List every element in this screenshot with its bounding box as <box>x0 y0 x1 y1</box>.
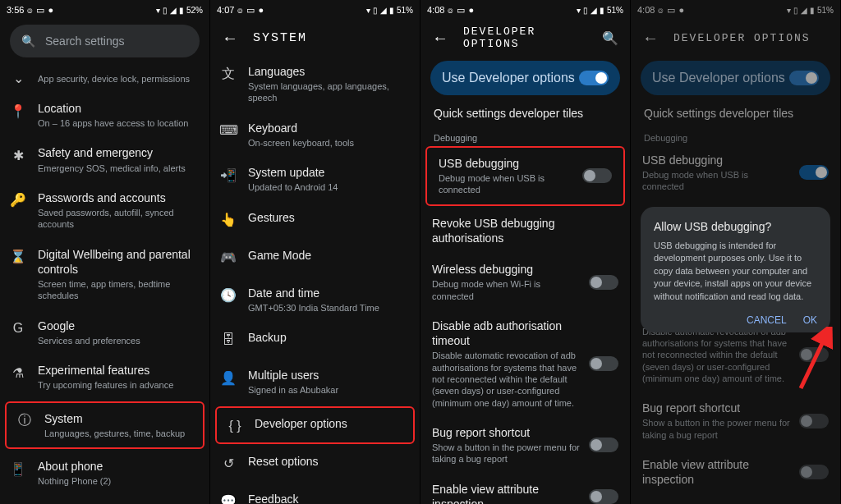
dot-icon: ● <box>678 5 684 15</box>
svg-line-0 <box>801 333 827 388</box>
hourglass-icon: ⌛ <box>10 249 26 265</box>
about-phone-row[interactable]: 📱 About phoneNothing Phone (2) <box>0 451 209 495</box>
google-icon: G <box>10 320 26 337</box>
header: ← DEVELOPER OPTIONS <box>631 20 840 56</box>
view-attribute-inspection-row: Enable view attribute inspection <box>631 449 840 495</box>
youtube-icon: ▭ <box>246 5 255 16</box>
chevron-down-icon: ⌄ <box>10 71 26 86</box>
backup-icon: 🗄 <box>220 332 237 348</box>
view-attribute-inspection-row[interactable]: Enable view attribute inspection <box>420 474 630 504</box>
status-bar: 4:08 ⌾ ▭ ● ▾ ▯ ◢ ▮ 51% <box>420 0 630 20</box>
whatsapp-icon: ⌾ <box>237 5 243 15</box>
location-row[interactable]: 📍 LocationOn – 16 apps have access to lo… <box>0 93 209 137</box>
battery-icon: ▮ <box>389 6 394 15</box>
flask-icon: ⚗ <box>10 364 26 381</box>
gestures-row[interactable]: 👆Gestures <box>210 202 420 240</box>
braces-icon: { } <box>227 418 243 434</box>
cancel-button[interactable]: CANCEL <box>747 314 787 326</box>
whatsapp-icon: ⌾ <box>27 5 33 15</box>
wellbeing-row[interactable]: ⌛ Digital Wellbeing and parental control… <box>0 239 209 310</box>
sim-icon: ▯ <box>583 6 588 15</box>
quick-settings-tiles-row: Quick settings developer tiles <box>631 102 840 126</box>
system-row[interactable]: ⓘ SystemLanguages, gestures, time, backu… <box>5 401 205 449</box>
battery-pct: 52% <box>186 6 203 15</box>
languages-row[interactable]: 文LanguagesSystem languages, app language… <box>210 56 420 112</box>
feedback-row[interactable]: 💬Feedback <box>210 483 420 504</box>
dot-icon: ● <box>468 5 474 15</box>
wifi-icon: ▾ <box>366 6 370 15</box>
phone-icon: 📱 <box>10 460 26 477</box>
keyboard-row[interactable]: ⌨KeyboardOn-screen keyboard, tools <box>210 112 420 157</box>
passwords-row[interactable]: 🔑 Passwords and accountsSaved passwords,… <box>0 182 209 239</box>
whatsapp-icon: ⌾ <box>448 5 453 15</box>
info-icon: ⓘ <box>16 413 33 429</box>
back-button: ← <box>642 29 659 48</box>
debugging-section-header: Debugging <box>631 126 840 144</box>
system-update-row[interactable]: 📲System updateUpdated to Android 14 <box>210 157 420 201</box>
toggle-switch[interactable] <box>582 168 612 183</box>
signal-icon: ◢ <box>591 6 597 15</box>
reset-options-row[interactable]: ↺Reset options <box>210 446 420 483</box>
experimental-row[interactable]: ⚗ Experimental featuresTry upcoming feat… <box>0 355 209 399</box>
usb-debugging-row[interactable]: USB debuggingDebug mode when USB is conn… <box>425 146 625 206</box>
page-title: DEVELOPER OPTIONS <box>463 25 587 50</box>
user-icon: 👤 <box>220 369 237 386</box>
sim-icon: ▯ <box>793 6 798 15</box>
backup-row[interactable]: 🗄Backup <box>210 322 420 360</box>
game-mode-row[interactable]: 🎮Game Mode <box>210 240 420 277</box>
screen-settings-root: 3:56 ⌾ ▭ ● ▾ ▯ ◢ ▮ 52% 🔍 Search settings… <box>0 0 210 504</box>
use-developer-options-toggle: Use Developer options <box>641 61 830 95</box>
dot-icon: ● <box>258 5 264 15</box>
quick-settings-tiles-row[interactable]: Quick settings developer tiles <box>420 102 630 126</box>
youtube-icon: ▭ <box>36 5 44 16</box>
back-button[interactable]: ← <box>222 29 238 48</box>
clock: 4:08 <box>637 5 655 15</box>
wifi-icon: ▾ <box>577 6 581 15</box>
use-dev-label: Use Developer options <box>652 71 785 85</box>
battery-icon: ▮ <box>810 6 815 15</box>
search-settings-bar[interactable]: 🔍 Search settings <box>10 25 200 57</box>
wireless-debugging-row[interactable]: Wireless debuggingDebug mode when Wi-Fi … <box>420 254 630 310</box>
toggle-switch <box>799 465 829 479</box>
bug-report-shortcut-row: Bug report shortcutShow a button in the … <box>631 392 840 449</box>
use-developer-options-toggle[interactable]: Use Developer options <box>430 61 620 95</box>
revoke-usb-auth-row[interactable]: Revoke USB debugging authorisations <box>420 208 630 254</box>
date-time-row[interactable]: 🕓Date and timeGMT+05:30 India Standard T… <box>210 277 420 322</box>
bug-report-shortcut-row[interactable]: Bug report shortcutShow a button in the … <box>420 417 630 474</box>
dialog-title: Allow USB debugging? <box>654 220 817 233</box>
multiple-users-row[interactable]: 👤Multiple usersSigned in as Abubakar <box>210 360 420 404</box>
disable-adb-timeout-row[interactable]: Disable adb authorisation timeoutDisable… <box>420 310 630 417</box>
update-icon: 📲 <box>220 167 237 183</box>
battery-pct: 51% <box>817 6 834 15</box>
page-title: SYSTEM <box>253 31 307 45</box>
whatsapp-icon: ⌾ <box>658 5 664 15</box>
toggle-switch[interactable] <box>579 71 609 85</box>
developer-options-row[interactable]: { }Developer options <box>215 406 415 444</box>
signal-icon: ◢ <box>380 6 387 15</box>
back-button[interactable]: ← <box>432 29 448 48</box>
toggle-switch[interactable] <box>589 275 618 290</box>
safety-row[interactable]: ✱ Safety and emergencyEmergency SOS, med… <box>0 137 209 181</box>
search-placeholder: Search settings <box>45 34 125 48</box>
youtube-icon: ▭ <box>457 5 465 16</box>
search-icon[interactable]: 🔍 <box>602 30 618 46</box>
toggle-switch[interactable] <box>589 356 618 371</box>
toggle-switch[interactable] <box>589 489 618 504</box>
select-debug-app-row: Select debug appNo debug application set <box>631 495 840 504</box>
debugging-section-header: Debugging <box>420 126 630 144</box>
security-row-partial[interactable]: ⌄ App security, device lock, permissions <box>0 66 209 93</box>
signal-icon: ◢ <box>801 6 807 15</box>
header: ← DEVELOPER OPTIONS 🔍 <box>420 20 630 56</box>
dot-icon: ● <box>48 5 53 15</box>
status-bar: 4:07 ⌾ ▭ ● ▾ ▯ ◢ ▮ 51% <box>210 0 420 20</box>
keyboard-icon: ⌨ <box>220 122 237 139</box>
key-icon: 🔑 <box>10 192 26 208</box>
ok-button[interactable]: OK <box>803 314 817 326</box>
toggle-switch[interactable] <box>589 438 618 452</box>
location-icon: 📍 <box>10 103 26 119</box>
wifi-icon: ▾ <box>787 6 791 15</box>
gamepad-icon: 🎮 <box>220 250 237 266</box>
annotation-arrow-icon <box>793 327 834 392</box>
header: ← SYSTEM <box>210 20 420 56</box>
google-row[interactable]: G GoogleServices and preferences <box>0 310 209 355</box>
